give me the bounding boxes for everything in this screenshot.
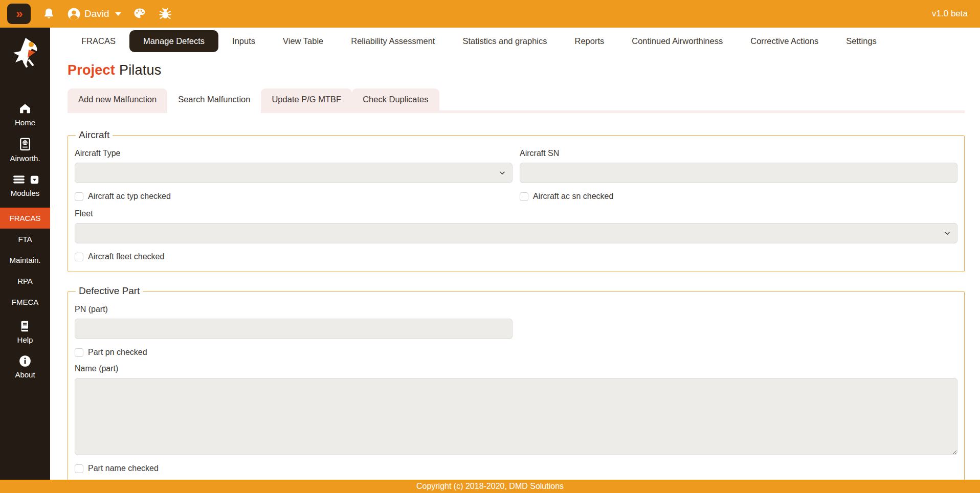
nav-item-fracas[interactable]: FRACAS — [68, 36, 129, 46]
double-chevron-right-icon: » — [16, 8, 21, 20]
checkbox-label: Aircraft ac sn checked — [533, 192, 613, 201]
nav-item-reports[interactable]: Reports — [561, 36, 618, 46]
tab-add-new-malfunction[interactable]: Add new Malfunction — [68, 88, 167, 110]
checkbox-label: Aircraft fleet checked — [88, 252, 164, 261]
account-circle-icon — [67, 7, 81, 21]
chevron-down-icon — [499, 169, 506, 176]
tab-update-pg-mtbf[interactable]: Update P/G MTBF — [261, 88, 352, 110]
aircraft-sn-label: Aircraft SN — [520, 149, 957, 158]
user-name: David — [84, 8, 109, 19]
module-link-label: RPA — [17, 277, 33, 285]
pn-part-input[interactable] — [75, 319, 513, 339]
module-link-label: FRACAS — [10, 214, 41, 222]
pn-part-label: PN (part) — [75, 305, 513, 314]
nav-item-reliability-assessment[interactable]: Reliability Assessment — [337, 36, 449, 46]
checkbox-label: Part name checked — [88, 464, 159, 473]
tab-check-duplicates[interactable]: Check Duplicates — [352, 88, 439, 110]
robin-bird-logo[interactable] — [9, 36, 41, 71]
aircraft-ac-sn-checkbox[interactable] — [520, 192, 528, 201]
aircraft-type-label: Aircraft Type — [75, 149, 513, 158]
airworthiness-book-icon — [18, 137, 32, 151]
defective-part-section: Defective Part PN (part) Part pn checked… — [68, 285, 965, 480]
sidebar-item-help[interactable]: Help — [0, 320, 50, 344]
sidebar-item-label: Help — [17, 335, 33, 344]
sidebar-module-rpa[interactable]: RPA — [0, 271, 50, 292]
page-content: ProjectPilatus Add new Malfunction Searc… — [50, 62, 980, 480]
sidebar-item-modules[interactable]: Modules — [0, 173, 50, 197]
chevron-down-icon — [944, 230, 951, 237]
user-menu[interactable]: David — [67, 7, 121, 21]
sidebar-item-about[interactable]: About — [0, 354, 50, 379]
sidebar-item-label: Home — [15, 118, 35, 127]
nav-item-inputs[interactable]: Inputs — [218, 36, 269, 46]
page-title-prefix: Project — [68, 62, 115, 78]
module-link-label: Maintain. — [10, 256, 41, 264]
sidebar-item-label: Modules — [11, 189, 40, 197]
nav-item-manage-defects[interactable]: Manage Defects — [129, 30, 218, 52]
part-pn-checkbox[interactable] — [75, 348, 83, 357]
aircraft-sn-input[interactable] — [520, 163, 957, 183]
part-pn-checked-row: Part pn checked — [75, 348, 957, 357]
fleet-label: Fleet — [75, 209, 957, 218]
checkbox-label: Part pn checked — [88, 348, 147, 357]
nav-item-settings[interactable]: Settings — [832, 36, 890, 46]
sidebar-item-label: Airworth. — [10, 154, 40, 163]
part-name-checkbox[interactable] — [75, 464, 83, 473]
modules-expand-icon — [30, 175, 39, 184]
aircraft-type-select[interactable] — [75, 163, 513, 183]
malfunction-tabbar: Add new Malfunction Search Malfunction U… — [68, 88, 965, 110]
sidebar-item-home[interactable]: Home — [0, 101, 50, 127]
nav-item-view-table[interactable]: View Table — [269, 36, 337, 46]
part-name-checked-row: Part name checked — [75, 464, 957, 473]
app-version: v1.0 beta — [932, 9, 968, 19]
modules-menu-icon — [11, 173, 27, 186]
top-navigation: FRACAS Manage Defects Inputs View Table … — [50, 28, 980, 54]
help-book-icon — [18, 320, 32, 333]
checkbox-label: Aircraft ac typ checked — [88, 192, 171, 201]
nav-item-continued-airworthiness[interactable]: Continued Airworthiness — [618, 36, 737, 46]
theme-palette-icon[interactable] — [132, 7, 147, 21]
nav-item-corrective-actions[interactable]: Corrective Actions — [737, 36, 832, 46]
copyright-text: Copyright (c) 2018-2020, DMD Solutions — [416, 482, 564, 491]
home-icon — [18, 101, 32, 116]
tab-search-malfunction[interactable]: Search Malfunction — [167, 88, 261, 110]
sidebar: Home Airworth. Modules FRACAS FTA — [0, 28, 50, 480]
module-link-label: FTA — [18, 235, 32, 243]
defective-part-section-legend: Defective Part — [76, 285, 143, 297]
aircraft-section: Aircraft Aircraft Type Aircraft SN — [68, 129, 965, 272]
module-link-label: FMECA — [12, 298, 39, 306]
sidebar-module-fta[interactable]: FTA — [0, 229, 50, 250]
main-area: FRACAS Manage Defects Inputs View Table … — [50, 28, 980, 480]
sidebar-module-maintain[interactable]: Maintain. — [0, 250, 50, 271]
aircraft-section-legend: Aircraft — [76, 129, 113, 141]
name-part-label: Name (part) — [75, 364, 957, 373]
sidebar-module-fmeca[interactable]: FMECA — [0, 292, 50, 312]
fleet-select[interactable] — [75, 223, 957, 243]
sidebar-item-airworthiness[interactable]: Airworth. — [0, 137, 50, 163]
sidebar-module-fracas[interactable]: FRACAS — [0, 208, 50, 229]
footer-bar: Copyright (c) 2018-2020, DMD Solutions — [0, 480, 980, 493]
aircraft-ac-typ-checkbox[interactable] — [75, 192, 83, 201]
top-bar: » David v1.0 be — [0, 0, 980, 28]
aircraft-ac-typ-checked-row: Aircraft ac typ checked — [75, 192, 513, 201]
sidebar-toggle-button[interactable]: » — [7, 4, 31, 24]
name-part-textarea[interactable] — [75, 378, 957, 455]
page-title: ProjectPilatus — [68, 62, 965, 78]
aircraft-fleet-checked-row: Aircraft fleet checked — [75, 252, 957, 261]
caret-down-icon — [115, 12, 121, 16]
bug-report-icon[interactable] — [158, 7, 172, 21]
nav-item-statistics-and-graphics[interactable]: Statistics and graphics — [449, 36, 561, 46]
info-circle-icon — [18, 354, 32, 368]
sidebar-item-label: About — [15, 370, 35, 379]
aircraft-fleet-checkbox[interactable] — [75, 253, 83, 261]
aircraft-ac-sn-checked-row: Aircraft ac sn checked — [520, 192, 957, 201]
notifications-bell-icon[interactable] — [42, 7, 56, 21]
page-title-name: Pilatus — [119, 62, 161, 78]
